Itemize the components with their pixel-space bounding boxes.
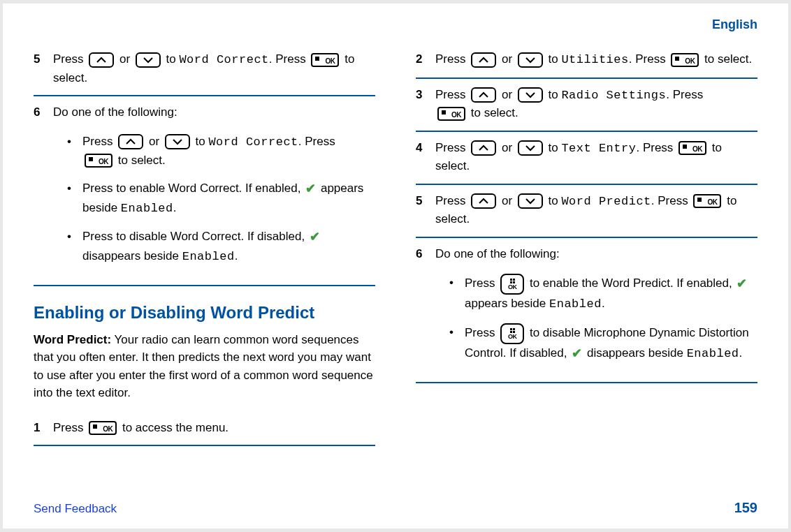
step-5-left: 5 Press or to Word Correct. Press to sel… bbox=[34, 43, 375, 96]
bullet-list: • Press or to Word Correct. Press to sel… bbox=[53, 133, 375, 267]
ok-key-icon bbox=[89, 421, 117, 435]
text: or bbox=[119, 52, 133, 66]
menu-item: Word Correct bbox=[179, 53, 268, 66]
menu-item: Text Entry bbox=[561, 142, 636, 155]
step-1-left: 1 Press to access the menu. bbox=[34, 412, 375, 447]
text: to access the menu. bbox=[122, 421, 228, 434]
step-body: Do one of the following: • Press or to W… bbox=[53, 103, 375, 276]
language-label: English bbox=[34, 17, 757, 32]
ok-key-icon bbox=[693, 194, 721, 208]
bullet-icon: • bbox=[449, 323, 455, 364]
bullet-body: Press to disable Word Correct. If disabl… bbox=[82, 228, 375, 266]
intro-paragraph: Word Predict: Your radio can learn commo… bbox=[34, 331, 375, 402]
text: Press bbox=[465, 276, 498, 290]
text: appears beside bbox=[465, 297, 549, 310]
text: . bbox=[739, 347, 743, 360]
step-number: 4 bbox=[416, 139, 426, 157]
bullet-body: Press to enable Word Correct. If enabled… bbox=[82, 179, 375, 218]
left-column: 5 Press or to Word Correct. Press to sel… bbox=[34, 43, 375, 446]
step-body: Press or to Word Correct. Press to selec… bbox=[53, 50, 375, 87]
text: . Press bbox=[651, 194, 692, 207]
list-item: • Press to enable Word Correct. If enabl… bbox=[67, 179, 375, 218]
check-icon: ✔ bbox=[736, 274, 747, 294]
menu-item: Enabled bbox=[687, 348, 739, 361]
down-arrow-key-icon bbox=[518, 52, 543, 68]
down-arrow-key-icon bbox=[518, 140, 543, 156]
text: Press bbox=[82, 135, 116, 148]
ok-key-large-icon: OK bbox=[500, 323, 524, 344]
menu-item: Enabled bbox=[182, 250, 235, 263]
text: Press bbox=[465, 327, 498, 340]
menu-item: Radio Settings bbox=[561, 89, 666, 102]
step-6-left: 6 Do one of the following: • Press or to bbox=[34, 96, 375, 286]
list-item: • Press OK to enable the Word Predict. I… bbox=[449, 274, 757, 313]
text: Do one of the following: bbox=[435, 247, 560, 260]
text: Press bbox=[53, 52, 87, 66]
step-body: Press or to Text Entry. Press to select. bbox=[435, 139, 757, 175]
text: Press to enable Word Correct. If enabled… bbox=[82, 182, 304, 195]
step-2-right: 2 Press or to Utilities. Press to select… bbox=[416, 43, 757, 79]
ok-key-icon bbox=[671, 53, 699, 67]
up-arrow-key-icon bbox=[118, 134, 143, 149]
text: or bbox=[149, 135, 163, 148]
text: or bbox=[502, 88, 516, 101]
ok-key-icon bbox=[311, 53, 339, 67]
manual-page: English 5 Press or to Word Correct. Pres… bbox=[3, 3, 788, 529]
text: to bbox=[549, 88, 562, 101]
down-arrow-key-icon bbox=[518, 193, 543, 209]
text: Press bbox=[53, 421, 87, 434]
bullet-body: Press OK to enable the Word Predict. If … bbox=[465, 274, 757, 313]
check-icon: ✔ bbox=[572, 344, 582, 364]
check-icon: ✔ bbox=[310, 228, 320, 247]
step-6-right: 6 Do one of the following: • Press OK to… bbox=[416, 238, 757, 384]
bullet-icon: • bbox=[67, 133, 73, 170]
right-column: 2 Press or to Utilities. Press to select… bbox=[416, 43, 757, 446]
bullet-body: Press or to Word Correct. Press to selec… bbox=[82, 133, 335, 170]
text: or bbox=[502, 141, 516, 154]
text: disappears beside bbox=[82, 249, 182, 263]
bullet-icon: • bbox=[67, 228, 73, 266]
ok-key-large-icon: OK bbox=[500, 274, 524, 295]
text: to select. bbox=[471, 106, 518, 119]
bullet-icon: • bbox=[449, 274, 455, 313]
text: to enable the Word Predict. If enabled, bbox=[530, 276, 736, 290]
step-body: Press to access the menu. bbox=[53, 419, 375, 437]
step-body: Do one of the following: • Press OK to e… bbox=[435, 245, 757, 374]
text: to bbox=[549, 52, 562, 66]
check-icon: ✔ bbox=[305, 179, 316, 199]
up-arrow-key-icon bbox=[471, 193, 496, 209]
intro-bold: Word Predict: bbox=[34, 333, 111, 346]
step-number: 5 bbox=[416, 192, 426, 210]
step-number: 3 bbox=[416, 86, 426, 104]
bullet-icon: • bbox=[67, 179, 73, 218]
step-number: 6 bbox=[416, 245, 426, 263]
step-number: 6 bbox=[34, 103, 43, 121]
step-5-right: 5 Press or to Word Predict. Press to sel… bbox=[416, 185, 757, 238]
text: . bbox=[173, 201, 177, 214]
bullet-list: • Press OK to enable the Word Predict. I… bbox=[435, 274, 757, 364]
step-body: Press or to Radio Settings. Press to sel… bbox=[435, 86, 757, 122]
up-arrow-key-icon bbox=[471, 140, 496, 156]
bullet-body: Press OK to disable Microphone Dynamic D… bbox=[465, 323, 757, 364]
page-number: 159 bbox=[734, 500, 757, 516]
text: to bbox=[196, 135, 209, 148]
text: Press bbox=[435, 194, 469, 207]
text: disappears beside bbox=[587, 347, 687, 360]
down-arrow-key-icon bbox=[518, 87, 543, 103]
step-body: Press or to Word Predict. Press to selec… bbox=[435, 192, 757, 228]
text: Press bbox=[435, 141, 469, 154]
text: . bbox=[235, 249, 238, 263]
menu-item: Word Predict bbox=[561, 195, 651, 208]
step-4-right: 4 Press or to Text Entry. Press to selec… bbox=[416, 132, 757, 185]
text: . Press bbox=[269, 52, 310, 66]
list-item: • Press or to Word Correct. Press to sel… bbox=[67, 133, 375, 170]
step-3-right: 3 Press or to Radio Settings. Press to s… bbox=[416, 79, 757, 132]
send-feedback-link[interactable]: Send Feedback bbox=[34, 502, 117, 516]
step-number: 2 bbox=[416, 50, 426, 68]
step-number: 5 bbox=[34, 50, 43, 68]
text: . Press bbox=[298, 135, 335, 148]
menu-item: Utilities bbox=[561, 53, 628, 66]
text: . Press bbox=[636, 141, 676, 154]
step-number: 1 bbox=[34, 419, 43, 437]
down-arrow-key-icon bbox=[136, 52, 161, 68]
